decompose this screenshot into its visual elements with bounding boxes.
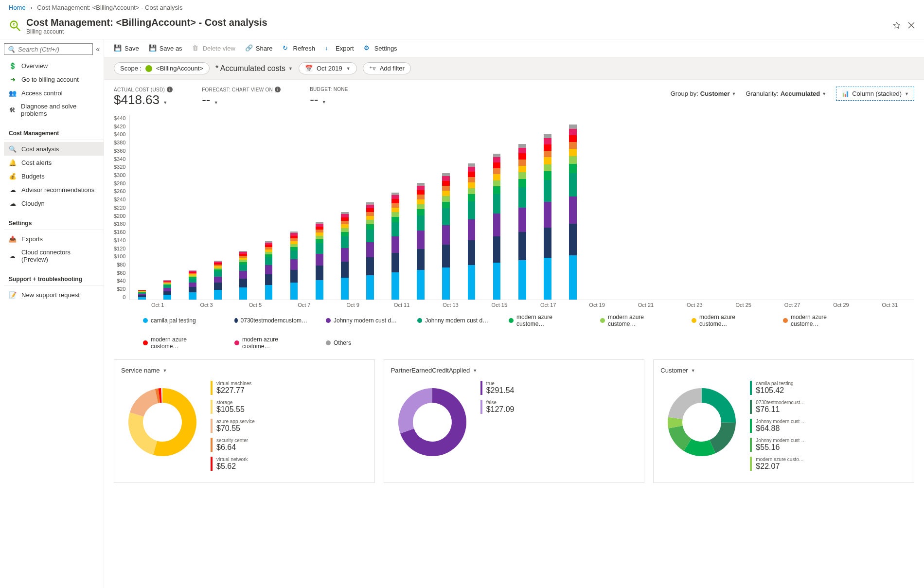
donut-legend-item[interactable]: camila pal testing$105.42 — [750, 381, 806, 395]
chart-bar[interactable] — [417, 183, 425, 300]
donut-legend-item[interactable]: storage$105.55 — [211, 400, 255, 414]
sidebar-item-exports[interactable]: 📤Exports — [4, 232, 104, 246]
sidebar-item-diagnose-and-solve-problems[interactable]: 🛠Diagnose and solve problems — [4, 100, 104, 120]
actual-cost-value[interactable]: $418.63 ▼ — [114, 92, 173, 107]
pin-icon[interactable] — [893, 21, 901, 31]
donut-title-dropdown[interactable]: Customer ▼ — [660, 367, 695, 374]
chart-bar[interactable] — [316, 222, 323, 300]
legend-item[interactable]: modern azure custome… — [509, 314, 582, 327]
legend-item[interactable]: camila pal testing — [143, 314, 216, 327]
group-by-dropdown[interactable]: Group by: Customer ▼ — [671, 90, 736, 97]
donut-legend-item[interactable]: virtual network$5.62 — [211, 457, 255, 471]
chart-bar[interactable] — [290, 232, 298, 300]
chart-bar[interactable] — [468, 163, 476, 300]
sidebar-item-cloudyn[interactable]: ☁Cloudyn — [4, 196, 104, 210]
add-filter-pill[interactable]: ⁺▿ Add filter — [363, 62, 411, 74]
chart-bar[interactable] — [366, 202, 374, 300]
chart-x-axis: Oct 1Oct 3Oct 5Oct 7Oct 9Oct 11Oct 13Oct… — [114, 302, 914, 308]
legend-item[interactable]: Others — [326, 336, 399, 350]
chart-bar[interactable] — [138, 290, 146, 300]
date-range-pill[interactable]: 📅 Oct 2019▼ — [299, 62, 357, 74]
sidebar-item-advisor-recommendations[interactable]: ☁Advisor recommendations — [4, 183, 104, 196]
scope-pill[interactable]: Scope : <BillingAccount> — [114, 62, 210, 74]
chart-bar[interactable] — [493, 154, 501, 300]
donut-row: Service name ▼ virtual machines$227.77st… — [104, 359, 924, 493]
chart-bar[interactable] — [189, 270, 196, 300]
forecast-value[interactable]: -- ▼ — [202, 92, 281, 107]
chart-bar[interactable] — [442, 173, 450, 300]
donut-legend-item[interactable]: true$291.54 — [480, 381, 515, 395]
donut-title-dropdown[interactable]: PartnerEarnedCreditApplied ▼ — [391, 367, 478, 374]
toolbar: 💾Save 💾Save as 🗑Delete view 🔗Share ↻Refr… — [104, 39, 924, 57]
search-input[interactable]: 🔍 Search (Ctrl+/) — [4, 43, 93, 55]
info-icon[interactable]: i — [167, 87, 173, 92]
chart-bar[interactable] — [265, 241, 273, 300]
legend-item[interactable]: modern azure custome… — [600, 314, 673, 327]
delete-view-button: 🗑Delete view — [192, 44, 235, 52]
chart-plot[interactable] — [129, 115, 914, 300]
legend-item[interactable]: Johnny modern cust d… — [326, 314, 399, 327]
donut-legend-item[interactable]: security center$6.64 — [211, 438, 255, 452]
donut-legend-item[interactable]: modern azure custo…$22.07 — [750, 457, 806, 471]
sidebar-item-overview[interactable]: 💲Overview — [4, 59, 104, 72]
export-button[interactable]: ↓Export — [325, 44, 354, 52]
refresh-button[interactable]: ↻Refresh — [283, 44, 316, 52]
sidebar-item-access-control[interactable]: 👥Access control — [4, 86, 104, 100]
chart-bar[interactable] — [341, 212, 349, 300]
donut-chart[interactable] — [660, 381, 743, 476]
donut-legend-item[interactable]: Johnny modern cust …$55.16 — [750, 438, 806, 452]
donut-legend-item[interactable]: Johnny modern cust …$64.88 — [750, 419, 806, 433]
nav-icon: 🛠 — [9, 106, 16, 114]
legend-item[interactable]: Johnny modern cust d… — [417, 314, 490, 327]
nav-icon: ☁ — [9, 186, 17, 194]
save-button[interactable]: 💾Save — [114, 44, 139, 52]
sidebar-item-new-support-request[interactable]: 📝New support request — [4, 288, 104, 302]
chart-bar[interactable] — [544, 134, 551, 300]
donut-chart[interactable] — [391, 381, 474, 465]
calendar-icon: 📅 — [305, 65, 313, 72]
info-icon[interactable]: i — [275, 87, 281, 92]
breadcrumb-current: Cost Management: <BillingAccount> - Cost… — [37, 4, 182, 11]
donut-card-service-name: Service name ▼ virtual machines$227.77st… — [114, 359, 375, 483]
legend-item[interactable]: modern azure custome… — [783, 314, 856, 327]
chart-bar[interactable] — [569, 124, 577, 300]
sidebar-item-go-to-billing-account[interactable]: ➜Go to billing account — [4, 72, 104, 86]
donut-title-dropdown[interactable]: Service name ▼ — [121, 367, 167, 374]
donut-card-partnerearnedcreditapplied: PartnerEarnedCreditApplied ▼ true$291.54… — [384, 359, 645, 483]
chart-bar[interactable] — [214, 261, 222, 300]
legend-item[interactable]: modern azure custome… — [692, 314, 764, 327]
donut-legend-item[interactable]: false$127.09 — [480, 400, 515, 414]
nav-icon: 🔔 — [9, 159, 17, 166]
summary-row: ACTUAL COST (USD)i $418.63 ▼ FORECAST: C… — [104, 80, 924, 110]
donut-chart[interactable] — [121, 381, 204, 476]
sidebar-item-budgets[interactable]: 💰Budgets — [4, 169, 104, 183]
donut-legend-item[interactable]: virtual machines$227.77 — [211, 381, 255, 395]
sidebar-item-cost-alerts[interactable]: 🔔Cost alerts — [4, 156, 104, 169]
chart-type-dropdown[interactable]: 📊 Column (stacked) ▼ — [836, 87, 914, 101]
legend-item[interactable]: modern azure custome… — [143, 336, 216, 350]
settings-button[interactable]: ⚙Settings — [364, 44, 397, 52]
chart-bar[interactable] — [391, 193, 399, 300]
view-selector[interactable]: * Accumulated costs▼ — [215, 64, 293, 73]
legend-item[interactable]: 0730testmoderncustom… — [234, 314, 307, 327]
chart-bar[interactable] — [163, 280, 171, 300]
breadcrumb: Home › Cost Management: <BillingAccount>… — [0, 0, 924, 15]
donut-legend-item[interactable]: 0730testmoderncust…$76.11 — [750, 400, 806, 414]
svg-line-1 — [17, 27, 20, 31]
budget-value[interactable]: -- ▼ — [310, 92, 348, 107]
donut-legend-item[interactable]: azure app service$70.55 — [211, 419, 255, 433]
breadcrumb-home[interactable]: Home — [9, 4, 26, 11]
legend-item[interactable]: modern azure custome… — [234, 336, 307, 350]
svg-text:$: $ — [13, 22, 16, 27]
sidebar-item-cloud-connectors-preview-[interactable]: ☁Cloud connectors (Preview) — [4, 246, 104, 266]
share-button[interactable]: 🔗Share — [245, 44, 273, 52]
chart-bar[interactable] — [518, 144, 526, 300]
close-icon[interactable] — [907, 21, 915, 31]
collapse-sidebar-icon[interactable]: « — [96, 45, 100, 53]
nav-icon: 💰 — [9, 172, 17, 180]
sidebar-item-cost-analysis[interactable]: 🔍Cost analysis — [4, 142, 104, 156]
chart-bar[interactable] — [239, 251, 247, 300]
save-as-button[interactable]: 💾Save as — [149, 44, 182, 52]
granularity-dropdown[interactable]: Granularity: Accumulated ▼ — [746, 90, 826, 97]
cost-analysis-icon: $ — [9, 19, 22, 33]
